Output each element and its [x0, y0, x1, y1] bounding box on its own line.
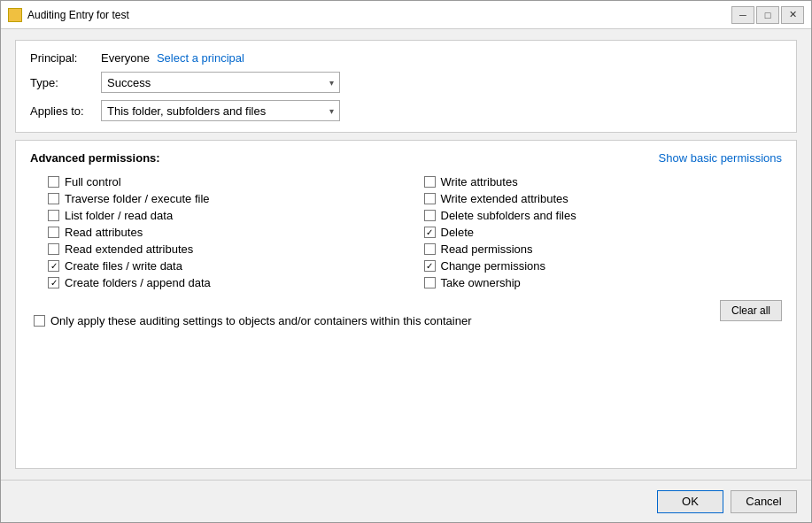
permissions-header: Advanced permissions: Show basic permiss… [30, 151, 782, 165]
perm-item-change-permissions: Change permissions [424, 259, 783, 273]
label-create-files-write-data: Create files / write data [65, 259, 182, 273]
main-content: Principal: Everyone Select a principal T… [1, 29, 811, 480]
perm-item-full-control: Full control [48, 175, 406, 188]
label-write-attributes: Write attributes [441, 175, 518, 188]
checkbox-read-permissions[interactable] [424, 243, 436, 255]
label-read-attributes: Read attributes [65, 226, 143, 239]
permissions-title: Advanced permissions: [30, 151, 160, 165]
label-full-control: Full control [65, 175, 121, 188]
title-bar-buttons: ─ □ ✕ [731, 6, 804, 24]
type-dropdown[interactable]: Success ▾ [101, 72, 340, 93]
checkbox-read-attributes[interactable] [48, 227, 59, 238]
principal-value: Everyone [101, 51, 150, 65]
perm-item-read-extended-attributes: Read extended attributes [48, 242, 406, 256]
perm-item-write-extended-attributes: Write extended attributes [424, 192, 783, 205]
checkbox-write-attributes[interactable] [424, 176, 436, 188]
checkbox-delete[interactable] [424, 227, 436, 238]
label-create-folders-append-data: Create folders / append data [65, 276, 211, 289]
applies-label: Applies to: [30, 104, 101, 118]
label-delete: Delete [441, 226, 475, 239]
perm-item-traverse-folder: Traverse folder / execute file [48, 192, 406, 205]
ok-button[interactable]: OK [657, 490, 723, 513]
dialog-footer: OK Cancel [1, 480, 811, 522]
label-read-permissions: Read permissions [441, 242, 533, 256]
permissions-bottom-row: Only apply these auditing settings to ob… [30, 300, 782, 327]
permissions-left-column: Full controlTraverse folder / execute fi… [30, 175, 406, 289]
applies-dropdown-value: This folder, subfolders and files [107, 104, 266, 118]
window-title: Auditing Entry for test [27, 9, 731, 21]
perm-item-delete-subfolders-and-files: Delete subfolders and files [424, 209, 783, 222]
type-dropdown-value: Success [107, 76, 151, 89]
checkbox-create-folders-append-data[interactable] [48, 277, 59, 288]
perm-item-take-ownership: Take ownership [424, 276, 783, 289]
type-row: Type: Success ▾ [30, 72, 782, 93]
label-take-ownership: Take ownership [441, 276, 521, 289]
checkbox-create-files-write-data[interactable] [48, 260, 59, 272]
applies-row: Applies to: This folder, subfolders and … [30, 100, 782, 121]
close-button[interactable]: ✕ [781, 6, 804, 24]
title-bar: Auditing Entry for test ─ □ ✕ [1, 1, 811, 29]
label-traverse-folder: Traverse folder / execute file [65, 192, 210, 205]
checkbox-list-folder[interactable] [48, 210, 59, 221]
only-apply-checkbox[interactable] [34, 315, 45, 327]
label-change-permissions: Change permissions [441, 259, 546, 273]
window-icon [8, 8, 22, 22]
checkbox-read-extended-attributes[interactable] [48, 243, 59, 255]
maximize-button[interactable]: □ [756, 6, 779, 24]
checkbox-write-extended-attributes[interactable] [424, 193, 436, 204]
checkbox-change-permissions[interactable] [424, 260, 436, 272]
type-label: Type: [30, 76, 101, 89]
show-basic-permissions-link[interactable]: Show basic permissions [659, 151, 782, 165]
perm-item-create-files-write-data: Create files / write data [48, 259, 406, 273]
checkbox-delete-subfolders-and-files[interactable] [424, 210, 436, 221]
clear-all-button[interactable]: Clear all [720, 300, 782, 321]
checkbox-traverse-folder[interactable] [48, 193, 59, 204]
label-list-folder: List folder / read data [65, 209, 173, 222]
label-write-extended-attributes: Write extended attributes [441, 192, 568, 205]
perm-item-read-permissions: Read permissions [424, 242, 783, 256]
cancel-button[interactable]: Cancel [731, 490, 797, 513]
dialog-window: Auditing Entry for test ─ □ ✕ Principal:… [0, 0, 812, 523]
perm-item-read-attributes: Read attributes [48, 226, 406, 239]
only-apply-label: Only apply these auditing settings to ob… [50, 314, 472, 327]
applies-dropdown-arrow: ▾ [329, 106, 334, 116]
permissions-right-column: Write attributesWrite extended attribute… [406, 175, 783, 289]
perm-item-write-attributes: Write attributes [424, 175, 783, 188]
principal-row: Principal: Everyone Select a principal [30, 51, 782, 65]
type-dropdown-arrow: ▾ [329, 78, 334, 88]
permissions-section: Advanced permissions: Show basic permiss… [15, 140, 797, 469]
bottom-checkbox-row: Only apply these auditing settings to ob… [30, 314, 472, 327]
label-delete-subfolders-and-files: Delete subfolders and files [441, 209, 576, 222]
checkbox-full-control[interactable] [48, 176, 59, 188]
perm-item-list-folder: List folder / read data [48, 209, 406, 222]
perm-item-create-folders-append-data: Create folders / append data [48, 276, 406, 289]
permissions-grid: Full controlTraverse folder / execute fi… [30, 175, 782, 289]
minimize-button[interactable]: ─ [731, 6, 754, 24]
applies-dropdown[interactable]: This folder, subfolders and files ▾ [101, 100, 340, 121]
form-section: Principal: Everyone Select a principal T… [15, 40, 797, 133]
select-principal-link[interactable]: Select a principal [157, 51, 244, 65]
perm-item-delete: Delete [424, 226, 783, 239]
checkbox-take-ownership[interactable] [424, 277, 436, 288]
principal-label: Principal: [30, 51, 101, 65]
label-read-extended-attributes: Read extended attributes [65, 242, 193, 256]
